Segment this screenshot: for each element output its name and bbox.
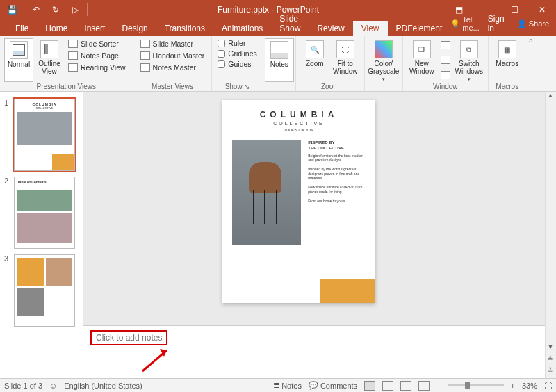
slide-indicator[interactable]: Slide 1 of 3 bbox=[4, 382, 42, 390]
guides-checkbox[interactable]: Guides bbox=[216, 59, 258, 69]
thumbnail-3[interactable]: 3 bbox=[0, 252, 83, 329]
ruler-label: Ruler bbox=[228, 39, 245, 47]
slide-sorter-button[interactable]: Slide Sorter bbox=[65, 38, 129, 49]
tab-home[interactable]: Home bbox=[37, 21, 76, 36]
annotation-arrow-icon bbox=[132, 347, 174, 375]
switch-label: Switch Windows bbox=[455, 60, 483, 75]
handout-master-label: Handout Master bbox=[153, 51, 205, 60]
tab-view[interactable]: View bbox=[353, 21, 388, 36]
zoom-out-button[interactable]: − bbox=[436, 382, 441, 390]
zoom-label: Zoom bbox=[306, 60, 324, 67]
tab-animations[interactable]: Animations bbox=[213, 21, 271, 36]
slide-accent-bar bbox=[320, 279, 375, 303]
group-macros: ▦Macros Macros bbox=[489, 36, 526, 91]
zoom-slider[interactable] bbox=[448, 384, 504, 386]
thumb-preview bbox=[14, 254, 75, 327]
arrange-all-button[interactable] bbox=[438, 40, 453, 51]
redo-button[interactable]: ↻ bbox=[47, 1, 65, 18]
fit-window-button[interactable]: ⛶Fit to Window bbox=[331, 38, 360, 82]
thumbnail-pane[interactable]: 1 COLUMBIA COLLECTIVE 2 Table of Content… bbox=[0, 92, 83, 378]
start-slideshow-button[interactable]: ▷ bbox=[66, 1, 84, 18]
thumb-number: 2 bbox=[4, 177, 11, 249]
ribbon-tabs: File Home Insert Design Transitions Anim… bbox=[0, 19, 556, 36]
reading-view-label: Reading View bbox=[81, 63, 126, 72]
share-button[interactable]: 👤 Share bbox=[513, 18, 553, 30]
macros-icon: ▦ bbox=[498, 40, 516, 58]
thumbnail-1[interactable]: 1 COLUMBIA COLLECTIVE bbox=[0, 96, 83, 174]
zoom-button[interactable]: 🔍Zoom bbox=[300, 38, 329, 82]
slide-canvas[interactable]: COLUMBIA COLLECTIVE LOOKBOOK 2019 INSPIR… bbox=[222, 100, 375, 303]
cascade-button[interactable] bbox=[438, 54, 453, 65]
group-label: Presentation Views bbox=[4, 82, 129, 90]
zoom-level[interactable]: 33% bbox=[522, 382, 537, 390]
reading-view-button[interactable]: Reading View bbox=[65, 62, 129, 73]
language-button[interactable]: English (United States) bbox=[64, 382, 142, 390]
status-notes-button[interactable]: ≣ Notes bbox=[273, 381, 302, 390]
notes-pane[interactable]: Click to add notes bbox=[83, 325, 545, 378]
fit-icon: ⛶ bbox=[336, 40, 354, 58]
next-slide-icon[interactable]: ≚ bbox=[545, 367, 556, 378]
group-label: Zoom bbox=[300, 82, 360, 90]
color-icon bbox=[375, 40, 393, 58]
thumb-preview: COLUMBIA COLLECTIVE bbox=[14, 99, 75, 171]
slide-title: COLUMBIA bbox=[232, 110, 366, 120]
new-window-button[interactable]: ❐New Window bbox=[407, 38, 436, 82]
notes-page-button[interactable]: Notes Page bbox=[65, 50, 129, 61]
scroll-down-icon[interactable]: ▼ bbox=[545, 343, 556, 354]
status-comments-button[interactable]: 💬 Comments bbox=[309, 381, 357, 390]
zoom-in-button[interactable]: + bbox=[511, 382, 515, 390]
collapse-ribbon-button[interactable]: ^ bbox=[526, 36, 536, 91]
normal-view-button[interactable]: Normal bbox=[4, 38, 33, 82]
group-notes: Notes bbox=[263, 36, 296, 91]
color-grayscale-button[interactable]: Color/ Grayscale▾ bbox=[369, 38, 398, 82]
new-window-icon: ❐ bbox=[413, 40, 431, 58]
tab-insert[interactable]: Insert bbox=[76, 21, 113, 36]
reading-view-icon[interactable] bbox=[400, 381, 411, 391]
group-show: Ruler Gridlines Guides Show ↘ bbox=[212, 36, 263, 91]
undo-button[interactable]: ↶ bbox=[27, 1, 45, 18]
handout-master-icon bbox=[140, 51, 150, 60]
arrange-icon bbox=[441, 41, 450, 49]
slideshow-view-icon[interactable] bbox=[418, 381, 430, 391]
group-label: Window bbox=[407, 82, 484, 90]
thumbnail-2[interactable]: 2 Table of Contents bbox=[0, 174, 83, 252]
group-master-views: Slide Master Handout Master Notes Master… bbox=[133, 36, 213, 91]
tell-me-search[interactable]: 💡 Tell me... bbox=[450, 15, 479, 32]
group-label: Show ↘ bbox=[216, 82, 258, 90]
notes-master-button[interactable]: Notes Master bbox=[138, 62, 208, 73]
notes-button[interactable]: Notes bbox=[265, 38, 294, 82]
slide-small-text: LOOKBOOK 2019 bbox=[232, 128, 366, 132]
person-icon: 👤 bbox=[517, 19, 527, 28]
tab-design[interactable]: Design bbox=[113, 21, 156, 36]
outline-view-button[interactable]: Outline View bbox=[35, 38, 64, 82]
thumb-number: 3 bbox=[4, 254, 11, 327]
tab-slide-show[interactable]: Slide Show bbox=[271, 11, 309, 36]
normal-view-icon[interactable] bbox=[364, 381, 375, 391]
handout-master-button[interactable]: Handout Master bbox=[138, 50, 208, 61]
macros-button[interactable]: ▦Macros bbox=[493, 38, 522, 82]
vertical-scrollbar[interactable]: ▲ ▼ ≙ ≚ bbox=[545, 92, 556, 378]
move-split-button[interactable] bbox=[438, 70, 453, 81]
ruler-checkbox[interactable]: Ruler bbox=[216, 38, 258, 48]
tab-pdfelement[interactable]: PDFelement bbox=[388, 21, 451, 36]
slide-master-button[interactable]: Slide Master bbox=[138, 38, 208, 49]
slide-editor[interactable]: COLUMBIA COLLECTIVE LOOKBOOK 2019 INSPIR… bbox=[83, 92, 545, 378]
tab-file[interactable]: File bbox=[7, 21, 37, 36]
save-button[interactable]: 💾 bbox=[3, 1, 21, 18]
tab-transitions[interactable]: Transitions bbox=[156, 21, 213, 36]
switch-icon: ⧉ bbox=[460, 40, 478, 58]
sign-in-button[interactable]: Sign in bbox=[484, 11, 509, 36]
prev-slide-icon[interactable]: ≙ bbox=[545, 355, 556, 366]
tab-review[interactable]: Review bbox=[309, 21, 352, 36]
macros-label: Macros bbox=[496, 60, 518, 67]
normal-icon bbox=[10, 41, 28, 59]
gridlines-checkbox[interactable]: Gridlines bbox=[216, 49, 258, 58]
fit-to-window-button[interactable]: ⛶ bbox=[544, 382, 552, 390]
sorter-view-icon[interactable] bbox=[382, 381, 393, 391]
spellcheck-icon[interactable]: ☺ bbox=[49, 382, 57, 390]
scroll-up-icon[interactable]: ▲ bbox=[545, 92, 556, 103]
quick-access-toolbar: 💾 ↶ ↻ ▷ bbox=[0, 1, 92, 18]
switch-windows-button[interactable]: ⧉Switch Windows▾ bbox=[455, 38, 484, 82]
group-label: Master Views bbox=[138, 82, 208, 90]
notes-placeholder[interactable]: Click to add notes bbox=[90, 330, 167, 345]
